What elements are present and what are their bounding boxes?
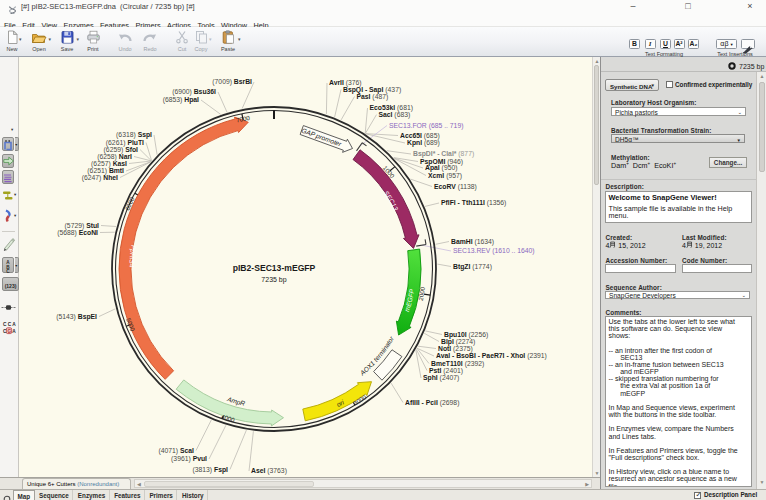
map-hscroll-thumb[interactable] bbox=[144, 481, 314, 487]
superscript-button[interactable]: A² bbox=[674, 39, 685, 49]
enzyme-label-EcoRV[interactable]: EcoRV (1138) bbox=[434, 183, 477, 191]
primer-mark-SEC13FOR[interactable] bbox=[357, 143, 367, 151]
description-panel-checkbox[interactable]: ✓ bbox=[694, 492, 701, 499]
tab-primers[interactable]: Primers bbox=[146, 490, 177, 500]
panel-scroll-up-icon[interactable]: ▲ bbox=[757, 73, 766, 79]
author-value: SnapGene Developers bbox=[609, 292, 676, 299]
tab-sequence[interactable]: Sequence bbox=[36, 490, 74, 500]
enzyme-label-BspEI[interactable]: (5143) BspEI bbox=[56, 313, 97, 321]
host-organism-combo[interactable]: Pichia pastoris⌄ bbox=[611, 107, 746, 116]
close-button[interactable]: × bbox=[742, 0, 758, 14]
callout-AflIIIPciI bbox=[391, 383, 403, 402]
feature-PpHIS4[interactable] bbox=[119, 117, 248, 379]
enzyme-label-AflIIIPciI[interactable]: AflIII - PciI (2698) bbox=[405, 399, 459, 407]
show-gc-dropdown[interactable]: ▾ bbox=[14, 213, 16, 218]
subscript-button[interactable]: A₂ bbox=[688, 39, 699, 49]
show-labels-button[interactable]: ABC bbox=[2, 257, 14, 273]
author-combo[interactable]: SnapGene Developers⌄ bbox=[605, 291, 750, 300]
save-button[interactable]: Save bbox=[55, 30, 79, 52]
primer-label-SEC13FOR[interactable]: SEC13.FOR (685 .. 719) bbox=[389, 122, 463, 130]
comments-box[interactable]: Use the tabs at the lower left to see wh… bbox=[605, 316, 752, 487]
show-orfs-dropdown[interactable]: ▾ bbox=[14, 192, 16, 197]
enzyme-label-EcoNI[interactable]: (5688) EcoNI bbox=[57, 229, 98, 237]
side-toolbar: ▾ ▾ ▾ ▾ ABC ▾ (123) CCACGA bbox=[0, 57, 19, 477]
save-dropdown-arrow[interactable]: ▾ bbox=[77, 36, 80, 42]
enzyme-label-AseI[interactable]: AseI (3763) bbox=[251, 467, 287, 475]
open-button[interactable]: Open bbox=[27, 30, 51, 52]
open-dropdown-arrow[interactable]: ▾ bbox=[49, 36, 52, 42]
italic-button[interactable]: I bbox=[645, 39, 656, 49]
greek-letters-button[interactable]: αβ ▾ bbox=[716, 39, 737, 49]
scroll-left-icon[interactable]: ◀ bbox=[137, 481, 141, 487]
window-title: [#] pIB2-SEC13-mEGFP.dna (Circular / 723… bbox=[21, 0, 195, 14]
description-box[interactable]: Welcome to SnapGene Viewer! This sample … bbox=[605, 191, 752, 224]
enzyme-label-BamHI[interactable]: BamHI (1634) bbox=[451, 238, 494, 246]
pencil-icon bbox=[2, 237, 14, 252]
callout-BlpI bbox=[424, 333, 439, 341]
map-canvas: (7009) BsrBI(6900) Bsu36I(6853) HpaI(631… bbox=[19, 57, 592, 477]
change-methylation-button[interactable]: Change... bbox=[709, 157, 747, 169]
enzyme-label-XcmI[interactable]: XcmI (957) bbox=[428, 172, 462, 180]
enzyme-label-Bsu36I[interactable]: (6900) Bsu36I bbox=[172, 88, 216, 96]
enzyme-label-PasI[interactable]: PasI (487) bbox=[357, 93, 389, 101]
enzyme-label-HpaI[interactable]: (6853) HpaI bbox=[163, 96, 199, 104]
map-vscroll-thumb[interactable] bbox=[594, 65, 599, 185]
maximize-button[interactable]: □ bbox=[680, 0, 696, 14]
enzyme-label-FspI[interactable]: (3813) FspI bbox=[192, 466, 228, 474]
dna-type-button[interactable]: Synthetic DNA▼ bbox=[605, 79, 659, 91]
tab-history[interactable]: History bbox=[178, 490, 208, 500]
show-numbering-button[interactable]: (123) bbox=[2, 277, 19, 291]
enzyme-label-PvuI[interactable]: (3961) PvuI bbox=[171, 455, 207, 463]
primer-label-SEC13REV[interactable]: SEC13.REV (1610 .. 1640) bbox=[453, 247, 535, 255]
show-orfs-button[interactable] bbox=[2, 188, 14, 202]
description-panel: 7235 bp Synthetic DNA▼ Confirmed experim… bbox=[600, 57, 766, 489]
comments-line bbox=[609, 397, 751, 404]
menu-bar: FileEditViewEnzymesFeaturesPrimersAction… bbox=[0, 14, 766, 27]
strain-label: Bacterial Transformation Strain: bbox=[611, 127, 712, 134]
underline-button[interactable]: U bbox=[660, 39, 671, 49]
show-gc-content-button[interactable] bbox=[2, 208, 14, 223]
panel-scroll-thumb[interactable] bbox=[759, 82, 765, 172]
enzyme-label-BsrBI[interactable]: (7009) BsrBI bbox=[212, 78, 252, 86]
paste-dropdown-arrow[interactable]: ▾ bbox=[238, 36, 241, 42]
comments-line: mEGFP bbox=[609, 390, 751, 397]
enzyme-label-KpnI[interactable]: KpnI (689) bbox=[407, 139, 440, 147]
plasmid-map: (7009) BsrBI(6900) Bsu36I(6853) HpaI(631… bbox=[19, 57, 592, 477]
enzyme-label-SphI[interactable]: SphI (2407) bbox=[423, 374, 459, 382]
enzyme-label-NheI[interactable]: (6247) NheI bbox=[82, 174, 118, 182]
tab-features[interactable]: Features bbox=[111, 490, 145, 500]
enzyme-label-SacI[interactable]: SacI (683) bbox=[379, 111, 411, 119]
enzyme-label-ScaI[interactable]: (4071) ScaI bbox=[158, 447, 194, 455]
cutter-set-tab[interactable]: Unique 6+ Cutters (Nonredundant) bbox=[22, 478, 131, 490]
print-button[interactable]: Print bbox=[81, 30, 105, 52]
search-icon[interactable] bbox=[3, 491, 13, 500]
paste-button[interactable]: Paste bbox=[216, 30, 240, 52]
panel-scroll-down-icon[interactable]: ▼ bbox=[757, 479, 766, 485]
confirmed-checkbox-label: Confirmed experimentally bbox=[675, 81, 752, 88]
side-overflow-arrow[interactable]: ▾ bbox=[11, 127, 13, 132]
minimize-button[interactable]: – bbox=[625, 0, 641, 14]
show-primers-button[interactable] bbox=[2, 170, 14, 184]
show-enzymes-button[interactable] bbox=[2, 137, 14, 151]
confirmed-checkbox[interactable] bbox=[666, 81, 673, 88]
panel-scrollbar[interactable]: ▲ ▼ bbox=[756, 72, 766, 489]
enzyme-label-BtgZI[interactable]: BtgZI (1774) bbox=[453, 263, 492, 271]
show-features-button[interactable] bbox=[2, 154, 14, 168]
show-ruler-button[interactable] bbox=[1, 302, 16, 312]
primer-mark-SEC13REV[interactable] bbox=[416, 239, 426, 246]
accession-input[interactable] bbox=[605, 264, 676, 273]
map-vertical-scrollbar[interactable]: ▲ ▼ bbox=[592, 57, 600, 477]
bold-button[interactable]: B bbox=[629, 39, 640, 49]
edit-pencil-button[interactable] bbox=[2, 236, 14, 252]
new-dropdown-arrow[interactable]: ▾ bbox=[19, 36, 22, 42]
scroll-right-icon[interactable]: ▶ bbox=[585, 481, 589, 487]
tab-enzymes[interactable]: Enzymes bbox=[74, 490, 109, 500]
map-horizontal-scrollbar[interactable]: ◀ ▶ bbox=[134, 479, 592, 488]
show-codons-button[interactable]: CCACGA bbox=[2, 320, 16, 336]
enzyme-label-PflFITth111I[interactable]: PflFI - Tth111I (1356) bbox=[441, 199, 506, 207]
plasmid-name[interactable]: pIB2-SEC13-mEGFP bbox=[233, 263, 316, 273]
pen-insert-icon[interactable] bbox=[741, 39, 755, 49]
code-number-input[interactable] bbox=[682, 264, 753, 273]
strain-combo[interactable]: DH5α™▼ bbox=[611, 134, 745, 143]
tab-map[interactable]: Map bbox=[13, 490, 35, 500]
